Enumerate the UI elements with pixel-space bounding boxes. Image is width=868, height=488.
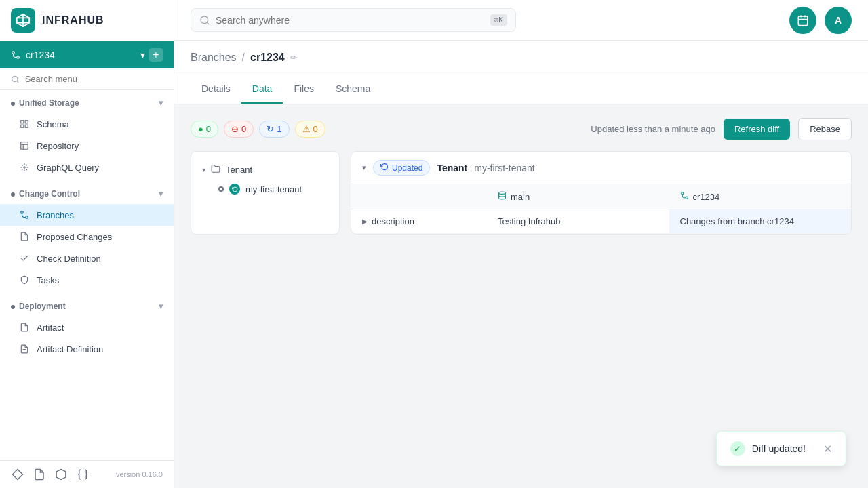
breadcrumb-edit-icon[interactable]: ✏ bbox=[290, 53, 297, 62]
branch-actions: ▾ + bbox=[140, 48, 163, 62]
section-header-change-control: Change Control ▾ bbox=[0, 184, 174, 204]
section-collapse-change[interactable]: ▾ bbox=[159, 189, 163, 199]
branch-add[interactable]: + bbox=[149, 48, 163, 62]
graphql-icon bbox=[19, 162, 30, 173]
diff-panels: ▾ Tenant my-first-tenant bbox=[191, 151, 852, 235]
cell-branch-description: Changes from branch cr1234 bbox=[669, 209, 852, 233]
sidebar-footer-icons bbox=[11, 468, 90, 481]
badge-removed: ⊖ 0 bbox=[224, 121, 254, 138]
braces-icon[interactable] bbox=[76, 468, 90, 481]
tabs: Details Data Files Schema bbox=[174, 75, 868, 104]
svg-point-11 bbox=[24, 167, 25, 168]
tab-schema[interactable]: Schema bbox=[325, 75, 381, 104]
conflict-icon: ⚠ bbox=[302, 124, 311, 134]
svg-marker-16 bbox=[56, 470, 66, 480]
section-collapse-deployment[interactable]: ▾ bbox=[159, 302, 163, 311]
branch-chevron[interactable]: ▾ bbox=[140, 49, 145, 60]
navbar: ⌘K A bbox=[174, 0, 868, 41]
svg-rect-7 bbox=[21, 121, 24, 123]
sidebar-item-artifact[interactable]: Artifact bbox=[0, 317, 174, 338]
refresh-diff-button[interactable]: Refresh diff bbox=[724, 119, 790, 140]
schema-icon bbox=[19, 119, 30, 129]
section-change-control: Change Control ▾ Branches Proposed Chang… bbox=[0, 181, 174, 293]
tree-tenant-label: Tenant bbox=[226, 165, 252, 175]
breadcrumb-parent[interactable]: Branches bbox=[191, 52, 237, 64]
breadcrumb-current: cr1234 bbox=[250, 52, 285, 64]
navbar-actions: A bbox=[789, 7, 852, 34]
detail-expand-icon[interactable]: ▾ bbox=[362, 163, 366, 172]
branch-selector[interactable]: cr1234 ▾ + bbox=[0, 41, 174, 68]
diff-entity-name: my-first-tenant bbox=[474, 163, 534, 174]
toast-check-icon: ✓ bbox=[730, 441, 745, 456]
breadcrumb-separator: / bbox=[242, 52, 245, 64]
navbar-search-bar[interactable]: ⌘K bbox=[191, 8, 516, 32]
sidebar-logo: INFRAHUB bbox=[0, 0, 174, 41]
diff-toolbar: ● 0 ⊖ 0 ↻ 1 ⚠ 0 bbox=[191, 118, 852, 140]
sidebar-item-schema[interactable]: Schema bbox=[0, 113, 174, 135]
svg-point-4 bbox=[12, 52, 15, 54]
toast-notification: ✓ Diff updated! ✕ bbox=[716, 431, 846, 466]
tab-files[interactable]: Files bbox=[283, 75, 325, 104]
tasks-icon bbox=[19, 274, 30, 285]
badge-updated: ↻ 1 bbox=[259, 121, 289, 138]
removed-icon: ⊖ bbox=[231, 124, 239, 134]
breadcrumb: Branches / cr1234 ✏ bbox=[191, 52, 297, 64]
sidebar-item-tasks[interactable]: Tasks bbox=[0, 269, 174, 291]
section-deployment: Deployment ▾ Artifact Artifact Definitio… bbox=[0, 293, 174, 363]
diff-tree-panel: ▾ Tenant my-first-tenant bbox=[191, 151, 340, 235]
badge-added: ● 0 bbox=[191, 121, 218, 138]
tree-item-my-first-tenant[interactable]: my-first-tenant bbox=[216, 180, 331, 199]
sidebar-item-repository[interactable]: Repository bbox=[0, 135, 174, 157]
artifact-icon bbox=[19, 322, 30, 333]
user-avatar[interactable]: A bbox=[825, 7, 852, 34]
branch-value: Changes from branch cr1234 bbox=[680, 216, 794, 226]
svg-marker-15 bbox=[13, 470, 23, 480]
diff-status-text: Updated less than a minute ago bbox=[591, 124, 715, 134]
tree-dot-icon bbox=[218, 186, 224, 192]
repo-icon bbox=[19, 140, 30, 151]
section-unified-storage: Unified Storage ▾ Schema Repository Gra bbox=[0, 90, 174, 181]
document-icon[interactable] bbox=[33, 468, 46, 481]
sidebar-item-graphql[interactable]: GraphQL Query bbox=[0, 157, 174, 178]
main-content: ⌘K A Branches / cr1234 ✏ Details Data Fi… bbox=[174, 0, 868, 488]
sidebar-search[interactable] bbox=[0, 68, 174, 90]
svg-point-17 bbox=[201, 16, 208, 24]
svg-point-5 bbox=[17, 56, 20, 59]
tree-item-tenant[interactable]: ▾ Tenant bbox=[199, 160, 331, 180]
tree-updated-icon bbox=[229, 184, 240, 195]
tab-data[interactable]: Data bbox=[241, 75, 283, 104]
badge-conflict: ⚠ 0 bbox=[295, 121, 326, 138]
svg-rect-18 bbox=[798, 16, 808, 26]
sidebar-item-proposed-changes[interactable]: Proposed Changes bbox=[0, 226, 174, 247]
sidebar-item-artifact-definition[interactable]: Artifact Definition bbox=[0, 338, 174, 360]
navbar-search-input[interactable] bbox=[216, 15, 485, 26]
added-icon: ● bbox=[198, 124, 203, 134]
field-label: description bbox=[372, 216, 414, 226]
rebase-button[interactable]: Rebase bbox=[798, 118, 852, 140]
diff-status-icon bbox=[380, 163, 389, 173]
section-collapse-unified[interactable]: ▾ bbox=[159, 98, 163, 108]
page-header: Branches / cr1234 ✏ bbox=[174, 41, 868, 75]
tab-details[interactable]: Details bbox=[191, 75, 241, 104]
diff-table: main cr1234 ▶ bbox=[351, 184, 851, 234]
hexagon-icon[interactable] bbox=[54, 468, 68, 481]
section-header-deployment: Deployment ▾ bbox=[0, 296, 174, 317]
cell-main-description: Testing Infrahub bbox=[487, 209, 669, 233]
sidebar-item-branches[interactable]: Branches bbox=[0, 204, 174, 226]
search-icon bbox=[11, 75, 20, 84]
proposed-icon bbox=[19, 231, 30, 242]
diamond-icon[interactable] bbox=[11, 468, 24, 481]
diff-table-headers: main cr1234 bbox=[351, 184, 851, 209]
calendar-button[interactable] bbox=[789, 7, 816, 34]
version-text: version 0.16.0 bbox=[116, 470, 163, 479]
diff-actions: Updated less than a minute ago Refresh d… bbox=[591, 118, 852, 140]
diff-detail-panel: ▾ Updated Tenant my-first-tenant bbox=[351, 151, 852, 235]
col-main: main bbox=[487, 184, 669, 209]
sidebar-item-check-definition[interactable]: Check Definition bbox=[0, 247, 174, 269]
main-value: Testing Infrahub bbox=[498, 216, 561, 226]
toast-close-button[interactable]: ✕ bbox=[823, 443, 832, 455]
section-header-unified-storage: Unified Storage ▾ bbox=[0, 93, 174, 113]
col-main-icon bbox=[498, 191, 507, 202]
search-menu-input[interactable] bbox=[25, 74, 163, 84]
row-expand-icon[interactable]: ▶ bbox=[362, 218, 368, 225]
